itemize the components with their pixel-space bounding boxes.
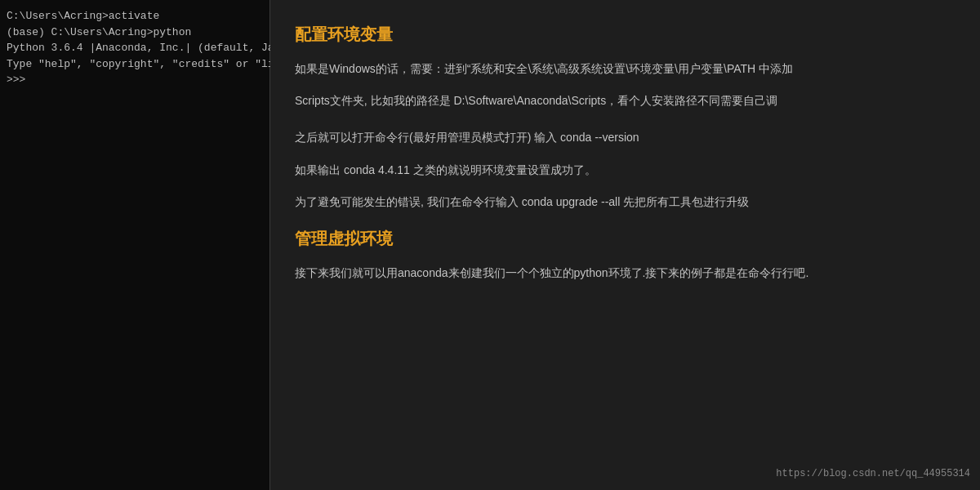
url-bar: https://blog.csdn.net/qq_44955314 <box>776 466 970 483</box>
page-container: C:\Users\Acring>activate (base) C:\Users… <box>0 0 980 490</box>
section5-text1: 接下来我们就可以用anaconda来创建我们一个个独立的python环境了.接下… <box>295 263 956 283</box>
section1-title: 配置环境变量 <box>295 20 956 49</box>
terminal-line-3: (base) C:\Users\Acring>python <box>7 24 263 41</box>
section1-text2: Scripts文件夹, 比如我的路径是 D:\Software\Anaconda… <box>295 91 956 111</box>
section3-text1: 如果输出 conda 4.4.11 之类的就说明环境变量设置成功了。 <box>295 160 956 180</box>
section2-text1: 之后就可以打开命令行(最好用管理员模式打开) 输入 conda --versio… <box>295 127 956 148</box>
terminal-line-4: Python 3.6.4 |Anaconda, Inc.| (default, … <box>7 40 263 56</box>
terminal-line-1: C:\Users\Acring>activate <box>7 8 263 24</box>
terminal-line-6: >>> <box>7 72 263 88</box>
section1-text1: 如果是Windows的话，需要：进到“系统和安全\系统\高级系统设置\环境变量\… <box>295 59 956 79</box>
section4-text1: 为了避免可能发生的错误, 我们在命令行输入 conda upgrade --al… <box>295 192 956 212</box>
section5-title: 管理虚拟环境 <box>295 224 956 253</box>
terminal-line-5: Type "help", "copyright", "credits" or "… <box>7 56 263 73</box>
terminal-panel: C:\Users\Acring>activate (base) C:\Users… <box>0 0 270 490</box>
content-panel: 配置环境变量 如果是Windows的话，需要：进到“系统和安全\系统\高级系统设… <box>270 0 980 490</box>
